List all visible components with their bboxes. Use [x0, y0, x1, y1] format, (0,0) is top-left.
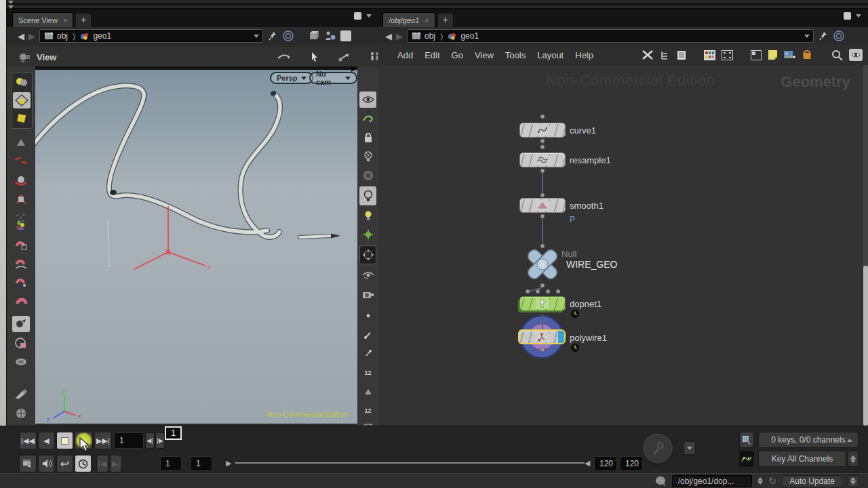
step-forward-button[interactable]: |▶ [155, 432, 165, 449]
realtime-toggle-icon[interactable] [19, 455, 37, 472]
tools-icon[interactable] [642, 49, 654, 60]
select-tool-icon[interactable] [309, 52, 320, 62]
scene-viewport[interactable]: x y x z Persp No cam Non-Commercial Edit… [35, 66, 357, 424]
bundle-icon[interactable] [802, 50, 812, 60]
current-frame-field[interactable]: 1 [114, 432, 144, 449]
path-dropdown-icon[interactable] [254, 35, 259, 38]
pane-split-icon[interactable] [751, 50, 762, 60]
key-scope-dropdown[interactable]: Key All Channels [758, 451, 846, 467]
color-palette-icon[interactable] [704, 50, 715, 60]
tree-view-icon[interactable] [660, 50, 671, 60]
node-dopnet1-label[interactable]: dopnet1 [570, 299, 601, 309]
keyframe-view-icon[interactable] [739, 432, 754, 448]
node-smooth1-label[interactable]: smooth1 [570, 201, 604, 211]
select-dynamics-icon[interactable] [13, 110, 31, 127]
link-cube-icon[interactable] [308, 30, 320, 41]
keys-summary-dropdown[interactable]: 0 keys, 0/0 channels [758, 432, 859, 448]
camera-select-button[interactable]: No cam [309, 72, 357, 84]
scoped-channels-icon[interactable] [739, 451, 754, 467]
node-dopnet1[interactable] [519, 296, 566, 311]
vertex-marker-icon[interactable] [359, 346, 376, 362]
path-node[interactable]: geo1 [93, 31, 111, 41]
collapsed-pane-strip[interactable] [7, 0, 868, 5]
pane-menu-chevron-icon[interactable] [366, 14, 372, 18]
menu-go[interactable]: Go [452, 50, 463, 60]
forward-arrow-icon[interactable]: ▶ [28, 31, 35, 41]
snap-grid-icon[interactable] [12, 237, 30, 253]
sticky-note-icon[interactable] [768, 49, 778, 60]
snap-magnet-icon[interactable] [12, 294, 30, 310]
move-tool-icon[interactable] [12, 153, 30, 169]
node-resample1-label[interactable]: resample1 [570, 155, 611, 165]
close-icon[interactable]: × [63, 16, 67, 24]
snap-curve-icon[interactable] [12, 256, 30, 272]
node-curve1-label[interactable]: curve1 [570, 125, 596, 136]
playback-start-field[interactable]: 1 [191, 456, 212, 471]
node-polywire1-label[interactable]: polywire1 [570, 333, 607, 343]
refresh-icon[interactable]: ↻ [768, 475, 777, 487]
network-canvas[interactable]: Non-Commercial Edition Geometry [378, 65, 868, 426]
audio-button[interactable] [38, 455, 55, 472]
network-scrollbar[interactable] [863, 266, 868, 426]
orbit-mode-icon[interactable] [359, 245, 376, 264]
character-tool-icon[interactable] [12, 217, 30, 233]
go-start-button[interactable]: |◀◀ [19, 432, 37, 449]
playback-end-field[interactable]: 120 [594, 456, 617, 471]
handles-tool-icon[interactable] [338, 52, 351, 62]
play-reverse-button[interactable]: ◀ [38, 432, 55, 449]
path-root[interactable]: obj [57, 31, 68, 41]
character-link-icon[interactable] [324, 30, 336, 41]
op-path-spinner[interactable] [757, 477, 763, 485]
network-overview-icon[interactable] [722, 50, 733, 60]
key-options-button[interactable] [684, 441, 696, 455]
tab-scene-view[interactable]: Scene View × [12, 12, 73, 27]
prim-marker-icon[interactable] [359, 384, 376, 400]
normal-lighting-icon[interactable] [359, 186, 376, 205]
playhead-marker[interactable]: 1 [165, 426, 182, 440]
stop-button[interactable] [56, 432, 73, 449]
selection-arrow-icon[interactable] [12, 134, 30, 150]
ghost-objects-icon[interactable] [359, 110, 376, 127]
sculpt-tool-icon[interactable] [12, 316, 30, 332]
view-tool-icon[interactable] [277, 52, 292, 62]
range-slider-right-handle[interactable]: ◀ [585, 459, 590, 468]
list-view-icon[interactable] [677, 50, 686, 60]
view-pivot-icon[interactable] [359, 226, 376, 243]
update-mode-dropdown[interactable]: Auto Update [782, 475, 842, 487]
rotate-tool-icon[interactable] [12, 172, 30, 188]
step-back-button[interactable]: ◀| [145, 432, 155, 449]
pin-icon[interactable] [267, 30, 278, 41]
range-slider-track[interactable] [235, 462, 585, 464]
menu-view[interactable]: View [475, 50, 494, 60]
tab-network[interactable]: /obj/geo1 × [382, 12, 435, 27]
headlight-icon[interactable] [359, 167, 376, 184]
back-arrow-icon[interactable]: ◀ [18, 31, 24, 41]
select-objects-icon[interactable] [13, 74, 31, 90]
update-mode-spinner[interactable] [848, 475, 859, 487]
node-smooth1[interactable] [519, 198, 566, 213]
viewport-menu-label[interactable]: View [37, 52, 56, 62]
no-lights-icon[interactable] [359, 148, 376, 165]
prev-keyframe-button[interactable]: |◀ [96, 455, 108, 472]
range-slider-left-handle[interactable]: ▶ [226, 459, 231, 468]
image-note-icon[interactable] [784, 50, 795, 60]
undo-playback-button[interactable]: ↩ [56, 455, 73, 472]
display-flag[interactable] [558, 331, 564, 343]
key-scope-spinner[interactable] [848, 451, 859, 467]
back-arrow-icon[interactable]: ◀ [385, 31, 392, 41]
menu-tools[interactable]: Tools [505, 50, 526, 60]
display-flag-eye-icon[interactable] [849, 49, 863, 61]
snapshot-camera-icon[interactable] [359, 286, 376, 302]
menu-help[interactable]: Help [575, 50, 593, 60]
menu-layout[interactable]: Layout [537, 50, 564, 60]
display-options-icon[interactable] [359, 92, 376, 108]
close-icon[interactable]: × [425, 16, 429, 24]
collapsed-pane-strip[interactable] [7, 5, 868, 9]
node-polywire1[interactable] [518, 329, 566, 344]
lock-icon[interactable] [359, 129, 376, 146]
viewport-menu-icon[interactable] [18, 52, 31, 62]
scene-path-field[interactable]: obj ❭ geo1 [39, 29, 263, 43]
menu-add[interactable]: Add [397, 50, 413, 60]
path-dropdown-icon[interactable] [804, 35, 810, 38]
menu-edit[interactable]: Edit [425, 50, 439, 60]
